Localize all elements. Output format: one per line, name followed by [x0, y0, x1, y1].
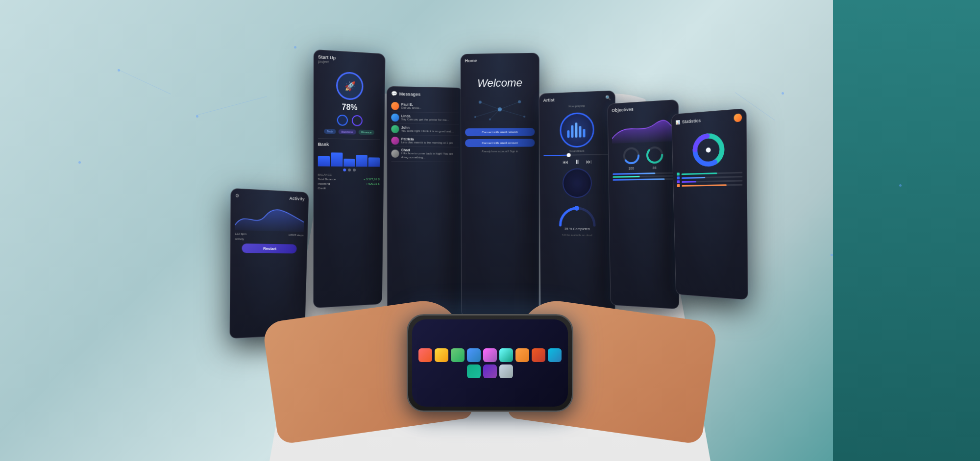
- phone: [407, 314, 573, 412]
- home-screen: Home Welcome: [461, 53, 539, 318]
- statistics-title: Statistics: [682, 118, 701, 124]
- tag-tech: Tech: [324, 129, 336, 134]
- balance-row: Total Balance + 3 577,62 $: [318, 178, 380, 181]
- app-icon-6[interactable]: [499, 348, 513, 362]
- objectives-chart: [612, 116, 674, 144]
- playback-controls: ⏮ ⏸ ⏭: [543, 158, 611, 166]
- bar-1: [318, 156, 330, 167]
- legend-dot-3: [677, 180, 680, 183]
- legend-row-4: [677, 183, 743, 187]
- dot-active: [343, 169, 346, 171]
- message-item-4: Patricia Lets chat meet it is the mornin…: [391, 135, 459, 147]
- messages-title-row: 💬 Messages: [391, 91, 420, 97]
- startup-screen: Start Up project 🚀 78% Tech Business Fin…: [313, 49, 385, 308]
- msg-text-3: John You were right I think it is so goo…: [401, 125, 454, 134]
- app-icon-1[interactable]: [418, 348, 432, 362]
- incoming-value: + 620,31 $: [366, 182, 380, 185]
- messages-title: Messages: [399, 91, 421, 97]
- message-item-5: Chad I like how to come back in high! Yo…: [391, 146, 459, 162]
- restart-button[interactable]: Restart: [242, 243, 297, 253]
- dot-1: [348, 169, 351, 171]
- search-icon: 🔍: [605, 95, 611, 100]
- connect-email-btn[interactable]: Connect with email network: [465, 128, 535, 136]
- startup-content: 🚀 78% Tech Business Finance Bank: [314, 65, 385, 194]
- connect-account-btn[interactable]: Connect with email account: [465, 139, 535, 147]
- settings-icon: ⚙: [235, 193, 239, 198]
- stat-bar-fill-1: [612, 172, 655, 175]
- track-progress-bar: [543, 154, 611, 156]
- incoming-row: Incoming + 620,31 $: [318, 182, 380, 185]
- svg-rect-11: [567, 130, 569, 138]
- bar-3: [343, 159, 355, 167]
- app-icon-11[interactable]: [483, 364, 497, 378]
- pause-icon[interactable]: ⏸: [574, 158, 580, 165]
- app-icon-12[interactable]: [499, 364, 513, 378]
- gauge-svg-1: [621, 146, 641, 166]
- app-icon-7[interactable]: [515, 348, 529, 362]
- network-svg: [465, 94, 535, 124]
- mini-circles: [318, 114, 380, 127]
- legend-bar-bg-2: [682, 175, 743, 178]
- phone-screen: [412, 319, 568, 407]
- gauge-value-2: 86: [645, 166, 664, 170]
- home-content: Welcome Connect with email: [461, 64, 539, 155]
- objectives-svg: [612, 116, 674, 144]
- legend-bar-1: [681, 172, 717, 175]
- equalizer-circle: [560, 112, 594, 148]
- app-icon-5[interactable]: [483, 348, 497, 362]
- svg-point-16: [574, 206, 579, 211]
- statistics-icon: 📊: [676, 120, 681, 125]
- gauge-2: 86: [644, 145, 664, 170]
- activity-chart: [235, 204, 304, 232]
- network-viz: [465, 94, 535, 124]
- app-icon-2[interactable]: [435, 348, 448, 362]
- user-avatar: [734, 113, 742, 122]
- legend-row-3: [677, 179, 743, 183]
- balance-label: BALANCE: [318, 173, 380, 176]
- app-icon-9[interactable]: [548, 348, 562, 362]
- activity-content: 122 bpm 14528 steps activity Restart: [231, 200, 308, 258]
- donut-chart: [676, 129, 742, 170]
- legend-bar-bg-1: [681, 171, 742, 175]
- app-icon-8[interactable]: [532, 348, 545, 362]
- app-icon-3[interactable]: [451, 348, 465, 362]
- legend-dot-4: [677, 184, 680, 187]
- activity-title: Activity: [289, 196, 304, 202]
- legend-dot-1: [677, 172, 680, 175]
- stat-bar-row-2: [612, 175, 674, 178]
- progress-knob: [567, 153, 571, 157]
- app-icon-10[interactable]: [467, 364, 481, 378]
- stat-bar-bg-3: [612, 178, 674, 181]
- credit-row: Credit: [318, 187, 380, 190]
- messages-content: Paul E. Did you know... Linda Say Can yo…: [387, 98, 463, 164]
- track-progress-fill: [543, 155, 566, 156]
- startup-title-block: Start Up project: [318, 54, 336, 64]
- svg-line-7: [500, 102, 519, 110]
- mini-circle-1: [337, 115, 347, 126]
- svg-point-4: [523, 116, 525, 118]
- bank-title: Bank: [318, 142, 380, 147]
- stat-bar-bg-2: [612, 175, 674, 178]
- stat-bar-row-3: [612, 178, 674, 181]
- app-icon-4[interactable]: [467, 348, 481, 362]
- legend-bar-2: [682, 176, 705, 178]
- total-balance-value: + 3 577,62 $: [364, 178, 380, 181]
- gauge-row: 100 86: [612, 145, 674, 170]
- teal-background: [833, 0, 980, 461]
- incoming-label: Incoming: [318, 182, 330, 185]
- message-item-2: Linda Say Can you get the printer for me…: [391, 112, 459, 125]
- message-item-3: John You were right I think it is so goo…: [391, 123, 459, 136]
- activity-stats: 122 bpm 14528 steps: [235, 232, 303, 237]
- completed-label: 35 % Completed: [544, 227, 611, 231]
- svg-point-2: [518, 100, 521, 103]
- dot-2: [353, 169, 356, 171]
- artist-header: Artist 🔍: [539, 91, 615, 105]
- bar-2: [331, 152, 343, 167]
- total-balance-label: Total Balance: [318, 178, 336, 181]
- message-item-1: Paul E. Did you know...: [391, 100, 459, 113]
- forward-icon[interactable]: ⏭: [586, 158, 591, 165]
- svg-rect-15: [583, 129, 585, 137]
- rewind-icon[interactable]: ⏮: [562, 159, 568, 166]
- signin-link[interactable]: Already have account? Sign in: [465, 150, 535, 153]
- album-art: [562, 168, 591, 198]
